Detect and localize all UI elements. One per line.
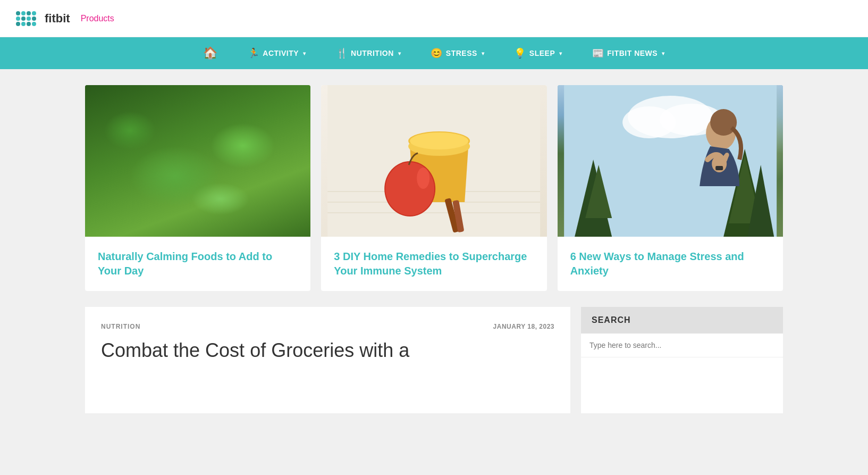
svg-point-9 xyxy=(417,168,429,189)
article-card[interactable]: NUTRITION JANUARY 18, 2023 Combat the Co… xyxy=(85,307,570,413)
chevron-down-icon: ▾ xyxy=(559,51,562,56)
card-2-svg xyxy=(321,85,546,237)
bottom-row: NUTRITION JANUARY 18, 2023 Combat the Co… xyxy=(85,307,783,413)
logo-dot xyxy=(27,11,31,15)
sleep-icon: 💡 xyxy=(514,47,526,59)
logo-dot xyxy=(16,22,20,26)
card-2-image xyxy=(321,85,546,237)
logo-dot xyxy=(32,16,36,21)
article-date: JANUARY 18, 2023 xyxy=(493,323,554,330)
search-header: SEARCH xyxy=(581,307,783,334)
nav-nutrition-label: NUTRITION xyxy=(351,49,394,57)
chevron-down-icon: ▾ xyxy=(662,51,665,56)
card-2-title: 3 DIY Home Remedies to Supercharge Your … xyxy=(334,249,534,278)
card-3-body: 6 New Ways to Manage Stress and Anxiety xyxy=(558,237,783,291)
featured-card-3[interactable]: 6 New Ways to Manage Stress and Anxiety xyxy=(558,85,783,291)
logo-dot xyxy=(16,16,20,21)
stress-icon: 😊 xyxy=(431,47,443,59)
news-icon: 📰 xyxy=(592,47,604,59)
logo-wordmark: fitbit xyxy=(45,12,70,26)
logo-dot xyxy=(27,22,31,26)
article-category: NUTRITION xyxy=(101,323,140,330)
featured-card-1[interactable]: Naturally Calming Foods to Add to Your D… xyxy=(85,85,310,291)
card-1-title: Naturally Calming Foods to Add to Your D… xyxy=(98,249,298,278)
logo-dot xyxy=(21,16,26,21)
featured-card-2[interactable]: 3 DIY Home Remedies to Supercharge Your … xyxy=(321,85,546,291)
nav-activity[interactable]: 🏃 ACTIVITY ▾ xyxy=(233,37,321,69)
nav-sleep[interactable]: 💡 SLEEP ▾ xyxy=(499,37,577,69)
svg-rect-24 xyxy=(715,166,723,170)
logo-dot xyxy=(21,11,26,15)
svg-point-6 xyxy=(410,132,468,149)
main-content: Naturally Calming Foods to Add to Your D… xyxy=(0,69,868,429)
card-3-title: 6 New Ways to Manage Stress and Anxiety xyxy=(570,249,770,278)
site-header: fitbit Products xyxy=(0,0,868,37)
fitbit-logo-dots xyxy=(16,11,36,26)
article-title: Combat the Cost of Groceries with a xyxy=(101,339,554,362)
card-3-svg xyxy=(558,85,783,237)
logo-dot xyxy=(16,11,20,15)
nav-sleep-label: SLEEP xyxy=(529,49,555,57)
sidebar: SEARCH xyxy=(581,307,783,413)
nav-stress[interactable]: 😊 STRESS ▾ xyxy=(416,37,499,69)
nav-activity-label: ACTIVITY xyxy=(263,49,299,57)
nav-fitbit-news[interactable]: 📰 FITBIT NEWS ▾ xyxy=(577,37,680,69)
card-1-body: Naturally Calming Foods to Add to Your D… xyxy=(85,237,310,291)
article-meta: NUTRITION JANUARY 18, 2023 xyxy=(101,323,554,330)
featured-cards-row: Naturally Calming Foods to Add to Your D… xyxy=(85,85,783,291)
logo-link[interactable]: fitbit xyxy=(16,11,70,26)
logo-dot xyxy=(32,11,36,15)
nutrition-icon: 🍴 xyxy=(336,47,348,59)
products-link[interactable]: Products xyxy=(81,14,114,23)
search-input[interactable] xyxy=(581,334,783,357)
chevron-down-icon: ▾ xyxy=(482,51,485,56)
home-icon: 🏠 xyxy=(203,46,218,60)
logo-dot xyxy=(21,22,26,26)
nav-stress-label: STRESS xyxy=(446,49,477,57)
nav-home[interactable]: 🏠 xyxy=(188,37,233,69)
logo-dot xyxy=(27,16,31,21)
card-1-image xyxy=(85,85,310,237)
chevron-down-icon: ▾ xyxy=(303,51,306,56)
card-2-body: 3 DIY Home Remedies to Supercharge Your … xyxy=(321,237,546,291)
nav-fitbit-news-label: FITBIT NEWS xyxy=(607,49,658,57)
card-3-image xyxy=(558,85,783,237)
main-nav: 🏠 🏃 ACTIVITY ▾ 🍴 NUTRITION ▾ 😊 STRESS ▾ … xyxy=(0,37,868,69)
chevron-down-icon: ▾ xyxy=(398,51,401,56)
logo-dot xyxy=(32,22,36,26)
activity-icon: 🏃 xyxy=(248,47,260,59)
nav-nutrition[interactable]: 🍴 NUTRITION ▾ xyxy=(321,37,416,69)
